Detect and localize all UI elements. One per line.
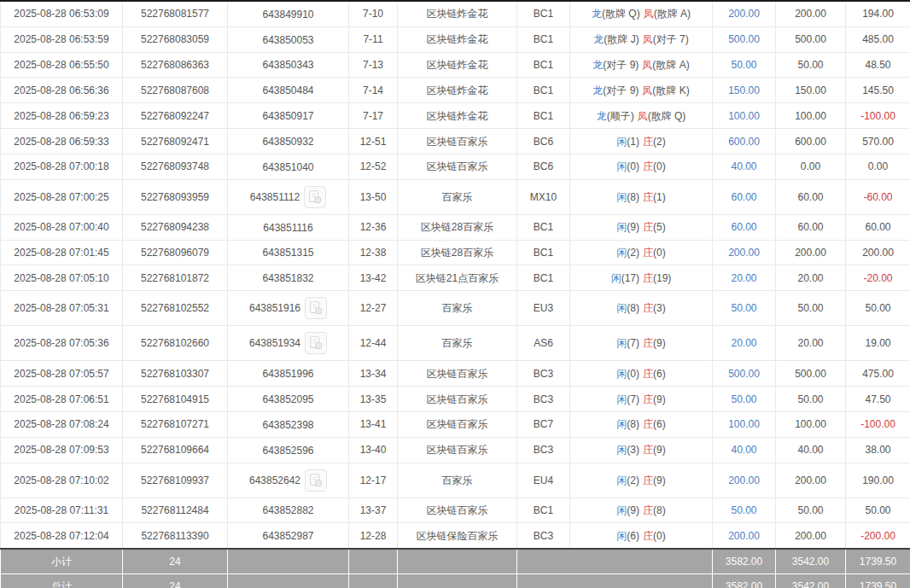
table-row: 2025-08-28 07:12:04 522768113390 6438529… bbox=[1, 523, 910, 549]
valid-amount-cell: 50.00 bbox=[776, 387, 846, 412]
result-blue-value: (对子 9) bbox=[603, 84, 639, 96]
result-cell: 闲(2)庄(0) bbox=[570, 240, 713, 265]
result-cell: 龙(顺子)凤(散牌 Q) bbox=[570, 103, 713, 129]
win-loss-cell: 194.00 bbox=[846, 1, 910, 26]
result-red-value: (19) bbox=[653, 272, 671, 284]
replay-result-icon[interactable] bbox=[305, 297, 327, 319]
game-name-cell: 区块链百家乐 bbox=[398, 129, 517, 154]
bet-id-cell: 522768093748 bbox=[123, 154, 228, 179]
table-row: 2025-08-28 06:53:59 522768083059 6438500… bbox=[1, 26, 910, 52]
summary-valid-total: 3542.00 bbox=[776, 549, 846, 574]
table-row: 2025-08-28 07:05:31 522768102552 6438519… bbox=[1, 291, 910, 326]
replay-result-icon[interactable] bbox=[305, 469, 327, 492]
table-row: 2025-08-28 07:05:10 522768101872 6438518… bbox=[1, 265, 910, 291]
round-id-text: 643851916 bbox=[249, 302, 300, 314]
result-blue-value: (散牌 Q) bbox=[602, 8, 640, 20]
table-row: 2025-08-28 06:56:36 522768087608 6438504… bbox=[1, 78, 910, 103]
replay-result-icon[interactable] bbox=[305, 332, 327, 354]
session-cell: 7-13 bbox=[349, 52, 398, 78]
bet-records-table: 2025-08-28 06:53:09 522768081577 6438499… bbox=[0, 0, 910, 588]
bet-amount-cell: 500.00 bbox=[713, 26, 776, 52]
table-code-cell: EU3 bbox=[517, 291, 570, 326]
result-blue-value: (8) bbox=[627, 302, 639, 314]
result-blue-value: (9) bbox=[627, 504, 639, 516]
result-red-label: 庄 bbox=[643, 272, 653, 284]
result-red-label: 庄 bbox=[643, 504, 653, 516]
round-id-text: 643850917 bbox=[262, 110, 313, 122]
bet-id-cell: 522768092247 bbox=[123, 103, 228, 129]
result-blue-value: (对子 9) bbox=[603, 59, 639, 71]
win-loss-cell: 19.00 bbox=[846, 326, 910, 361]
game-name-cell: 区块链百家乐 bbox=[398, 361, 517, 387]
bet-id-cell: 522768112484 bbox=[123, 498, 228, 523]
session-cell: 7-11 bbox=[349, 26, 398, 52]
bet-id-cell: 522768107271 bbox=[123, 411, 228, 437]
result-red-label: 凤 bbox=[642, 59, 652, 71]
summary-empty-cell bbox=[398, 574, 517, 588]
replay-result-icon[interactable] bbox=[304, 186, 326, 208]
game-name-cell: 区块链保险百家乐 bbox=[398, 523, 517, 549]
game-name-cell: 百家乐 bbox=[398, 179, 517, 214]
bet-id-cell: 522768086363 bbox=[123, 52, 228, 78]
bet-time-cell: 2025-08-28 07:10:02 bbox=[1, 463, 123, 498]
bet-time-cell: 2025-08-28 07:09:53 bbox=[1, 437, 123, 463]
round-id-cell: 643851112 bbox=[228, 179, 349, 214]
win-loss-cell: 50.00 bbox=[846, 498, 910, 523]
session-cell: 12-51 bbox=[349, 129, 398, 154]
bet-id-cell: 522768087608 bbox=[123, 78, 228, 103]
table-row: 2025-08-28 07:09:53 522768109664 6438525… bbox=[1, 437, 910, 463]
result-cell: 闲(9)庄(8) bbox=[570, 498, 713, 523]
result-blue-label: 闲 bbox=[616, 302, 627, 314]
result-cell: 龙(对子 9)凤(散牌 A) bbox=[570, 52, 713, 78]
result-cell: 闲(8)庄(3) bbox=[570, 291, 713, 326]
game-name-cell: 区块链百家乐 bbox=[398, 154, 517, 179]
result-red-value: (散牌 A) bbox=[652, 59, 689, 71]
result-cell: 闲(6)庄(0) bbox=[570, 523, 713, 549]
result-blue-label: 闲 bbox=[616, 474, 627, 486]
bet-time-cell: 2025-08-28 07:00:25 bbox=[1, 179, 123, 214]
summary-empty-cell bbox=[349, 574, 398, 588]
bet-time-cell: 2025-08-28 07:00:40 bbox=[1, 214, 123, 240]
summary-row: 小计 24 3582.00 3542.00 1739.50 bbox=[1, 549, 910, 574]
round-id-text: 643851934 bbox=[249, 337, 300, 349]
result-blue-label: 闲 bbox=[616, 368, 627, 380]
table-code-cell: BC1 bbox=[517, 26, 570, 52]
valid-amount-cell: 600.00 bbox=[776, 129, 846, 154]
result-red-label: 庄 bbox=[643, 444, 653, 456]
round-id-cell: 643851996 bbox=[228, 361, 349, 387]
bet-id-cell: 522768093959 bbox=[123, 179, 228, 214]
result-red-label: 庄 bbox=[643, 136, 653, 148]
bet-amount-cell: 40.00 bbox=[713, 437, 776, 463]
result-blue-label: 闲 bbox=[616, 191, 627, 203]
bet-id-cell: 522768081577 bbox=[123, 1, 228, 26]
result-cell: 龙(对子 9)凤(散牌 K) bbox=[570, 78, 713, 103]
result-blue-label: 闲 bbox=[616, 136, 627, 148]
round-id-cell: 643852987 bbox=[228, 523, 349, 549]
bet-time-cell: 2025-08-28 07:05:31 bbox=[1, 291, 123, 326]
result-cell: 闲(0)庄(6) bbox=[570, 361, 713, 387]
result-blue-value: (17) bbox=[621, 272, 639, 284]
bet-id-cell: 522768109664 bbox=[123, 437, 228, 463]
bet-id-cell: 522768102552 bbox=[123, 291, 228, 326]
bet-amount-cell: 50.00 bbox=[713, 387, 776, 412]
result-red-label: 庄 bbox=[643, 247, 653, 259]
result-red-label: 庄 bbox=[643, 393, 653, 405]
valid-amount-cell: 500.00 bbox=[776, 361, 846, 387]
round-id-text: 643849910 bbox=[262, 9, 313, 20]
bet-amount-cell: 200.00 bbox=[713, 463, 776, 498]
result-red-value: (散牌 K) bbox=[652, 84, 689, 96]
win-loss-cell: 190.00 bbox=[846, 463, 910, 498]
bet-time-cell: 2025-08-28 07:00:18 bbox=[1, 154, 123, 179]
table-code-cell: BC6 bbox=[517, 129, 570, 154]
win-loss-cell: 200.00 bbox=[846, 240, 910, 265]
session-cell: 7-14 bbox=[349, 78, 398, 103]
win-loss-cell: -200.00 bbox=[846, 523, 910, 549]
result-red-label: 凤 bbox=[643, 33, 653, 45]
session-cell: 7-17 bbox=[349, 103, 398, 129]
result-red-value: (散牌 Q) bbox=[648, 110, 686, 122]
valid-amount-cell: 100.00 bbox=[776, 103, 846, 129]
summary-bet-total: 3582.00 bbox=[713, 574, 776, 588]
result-red-label: 庄 bbox=[643, 221, 653, 233]
table-row: 2025-08-28 07:06:51 522768104915 6438520… bbox=[1, 387, 910, 412]
bet-time-cell: 2025-08-28 07:05:10 bbox=[1, 265, 123, 291]
